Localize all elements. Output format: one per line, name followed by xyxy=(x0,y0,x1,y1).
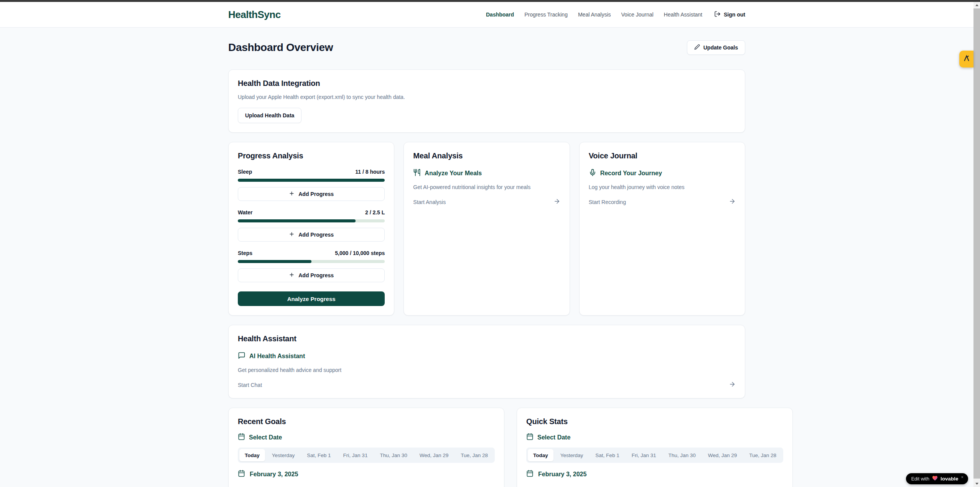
metric-water: Water 2 / 2.5 L Add Progress xyxy=(238,209,385,242)
add-progress-button-water[interactable]: Add Progress xyxy=(238,228,385,242)
arrow-right-icon xyxy=(729,198,736,206)
nav-health-assistant[interactable]: Health Assistant xyxy=(664,12,702,18)
upload-health-data-button[interactable]: Upload Health Data xyxy=(238,108,301,123)
metric-label: Sleep xyxy=(238,169,252,175)
ai-health-assistant-link[interactable]: AI Health Assistant xyxy=(238,352,736,361)
tab-yesterday[interactable]: Yesterday xyxy=(267,449,300,461)
selected-date[interactable]: February 3, 2025 xyxy=(526,470,783,479)
page-title: Dashboard Overview xyxy=(228,41,333,54)
close-icon[interactable]: × xyxy=(961,475,964,479)
quick-stats-card: Quick Stats Select Date Today Yesterday … xyxy=(517,408,793,487)
health-data-integration-card: Health Data Integration Upload your Appl… xyxy=(228,69,745,133)
meal-analysis-description: Get AI-powered nutritional insights for … xyxy=(413,184,560,190)
brand-logo: HealthSync xyxy=(228,9,281,21)
plus-icon xyxy=(289,231,295,238)
pencil-icon xyxy=(694,44,700,51)
main-content: Dashboard Overview Update Goals Health D… xyxy=(0,28,973,487)
health-assistant-title: Health Assistant xyxy=(238,334,736,343)
calendar-icon xyxy=(238,470,245,479)
tab-thu-jan-30[interactable]: Thu, Jan 30 xyxy=(374,449,412,461)
nav-voice-journal[interactable]: Voice Journal xyxy=(621,12,654,18)
analyze-your-meals-link[interactable]: Analyze Your Meals xyxy=(413,169,560,178)
voice-journal-description: Log your health journey with voice notes xyxy=(589,184,736,190)
add-progress-button-sleep[interactable]: Add Progress xyxy=(238,187,385,201)
page-scrollbar[interactable] xyxy=(973,2,980,487)
calendar-icon xyxy=(238,433,245,442)
utensils-icon xyxy=(413,169,421,178)
tab-sat-feb-1[interactable]: Sat, Feb 1 xyxy=(590,449,624,461)
record-your-journey-link[interactable]: Record Your Journey xyxy=(589,169,736,178)
progress-bar-water xyxy=(238,219,385,222)
tab-today[interactable]: Today xyxy=(239,449,265,461)
scrollbar-thumb[interactable] xyxy=(973,8,980,479)
hdi-description: Upload your Apple Health export (export.… xyxy=(238,94,736,100)
nav-progress-tracking[interactable]: Progress Tracking xyxy=(524,12,568,18)
hdi-title: Health Data Integration xyxy=(238,79,736,88)
signout-button[interactable]: Sign out xyxy=(714,11,745,18)
lovable-side-badge[interactable] xyxy=(959,51,973,67)
analyze-progress-button[interactable]: Analyze Progress xyxy=(238,291,385,306)
health-assistant-card: Health Assistant AI Health Assistant Get… xyxy=(228,325,745,398)
tab-fri-jan-31[interactable]: Fri, Jan 31 xyxy=(626,449,662,461)
signout-label: Sign out xyxy=(724,12,745,18)
start-chat-link[interactable]: Start Chat xyxy=(238,381,736,389)
tab-thu-jan-30[interactable]: Thu, Jan 30 xyxy=(663,449,701,461)
tab-wed-jan-29[interactable]: Wed, Jan 29 xyxy=(703,449,743,461)
date-tabs: Today Yesterday Sat, Feb 1 Fri, Jan 31 T… xyxy=(238,448,495,463)
quick-stats-title: Quick Stats xyxy=(526,417,783,426)
scroll-up-button[interactable] xyxy=(973,2,980,8)
recent-goals-title: Recent Goals xyxy=(238,417,495,426)
voice-journal-title: Voice Journal xyxy=(589,151,736,160)
nav-dashboard[interactable]: Dashboard xyxy=(486,12,514,18)
progress-bar-sleep xyxy=(238,179,385,182)
scroll-down-button[interactable] xyxy=(973,480,980,487)
tab-fri-jan-31[interactable]: Fri, Jan 31 xyxy=(338,449,373,461)
lovable-label: lovable xyxy=(940,476,959,482)
calendar-icon xyxy=(526,433,534,442)
progress-analysis-title: Progress Analysis xyxy=(238,151,385,160)
plus-icon xyxy=(289,272,295,279)
select-date-button[interactable]: Select Date xyxy=(238,433,495,442)
metric-sleep: Sleep 11 / 8 hours Add Progress xyxy=(238,169,385,201)
tab-today[interactable]: Today xyxy=(528,449,553,461)
date-tabs: Today Yesterday Sat, Feb 1 Fri, Jan 31 T… xyxy=(526,448,783,463)
health-assistant-description: Get personalized health advice and suppo… xyxy=(238,367,736,373)
edit-with-lovable-badge[interactable]: Edit with lovable × xyxy=(906,473,968,484)
meal-analysis-card: Meal Analysis Analyze Your Meals Get AI-… xyxy=(404,142,570,316)
chat-bubble-icon xyxy=(238,352,245,361)
progress-analysis-card: Progress Analysis Sleep 11 / 8 hours Add… xyxy=(228,142,394,316)
app-header: HealthSync Dashboard Progress Tracking M… xyxy=(0,2,973,28)
edit-with-label: Edit with xyxy=(911,476,929,482)
tab-tue-jan-28[interactable]: Tue, Jan 28 xyxy=(455,449,493,461)
calendar-icon xyxy=(526,470,534,479)
lovable-heart-icon xyxy=(932,475,938,482)
main-nav: Dashboard Progress Tracking Meal Analysi… xyxy=(486,11,745,18)
plus-icon xyxy=(289,191,295,197)
update-goals-button[interactable]: Update Goals xyxy=(687,40,745,55)
start-recording-link[interactable]: Start Recording xyxy=(589,198,736,206)
arrow-right-icon xyxy=(729,381,736,389)
selected-date[interactable]: February 3, 2025 xyxy=(238,470,495,479)
select-date-button[interactable]: Select Date xyxy=(526,433,783,442)
start-analysis-link[interactable]: Start Analysis xyxy=(413,198,560,206)
metric-value: 5,000 / 10,000 steps xyxy=(335,250,385,256)
arrow-right-icon xyxy=(553,198,560,206)
metric-label: Steps xyxy=(238,250,252,256)
tab-wed-jan-29[interactable]: Wed, Jan 29 xyxy=(414,449,454,461)
meal-analysis-title: Meal Analysis xyxy=(413,151,560,160)
tab-yesterday[interactable]: Yesterday xyxy=(555,449,589,461)
metric-value: 11 / 8 hours xyxy=(355,169,385,175)
tab-sat-feb-1[interactable]: Sat, Feb 1 xyxy=(301,449,336,461)
metric-steps: Steps 5,000 / 10,000 steps Add Progress xyxy=(238,250,385,282)
logout-icon xyxy=(714,11,721,18)
microphone-icon xyxy=(589,169,596,178)
tab-tue-jan-28[interactable]: Tue, Jan 28 xyxy=(744,449,782,461)
progress-bar-steps xyxy=(238,260,385,263)
nav-meal-analysis[interactable]: Meal Analysis xyxy=(578,12,611,18)
lovable-logo-icon xyxy=(963,54,970,64)
metric-label: Water xyxy=(238,209,252,216)
voice-journal-card: Voice Journal Record Your Journey Log yo… xyxy=(579,142,745,316)
recent-goals-card: Recent Goals Select Date Today Yesterday… xyxy=(228,408,504,487)
metric-value: 2 / 2.5 L xyxy=(365,209,385,216)
add-progress-button-steps[interactable]: Add Progress xyxy=(238,268,385,282)
